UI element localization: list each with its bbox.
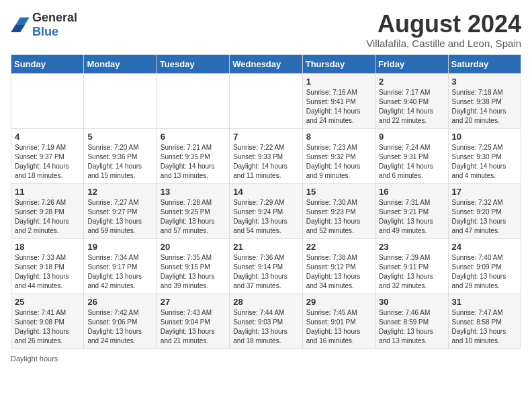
calendar-cell: 1Sunrise: 7:16 AM Sunset: 9:41 PM Daylig… [302, 73, 375, 128]
calendar-table: SundayMondayTuesdayWednesdayThursdayFrid… [11, 54, 521, 349]
day-number: 25 [15, 297, 80, 307]
day-info: Sunrise: 7:32 AM Sunset: 9:20 PM Dayligh… [452, 198, 517, 236]
day-number: 18 [15, 242, 80, 252]
day-info: Sunrise: 7:17 AM Sunset: 9:40 PM Dayligh… [379, 88, 444, 126]
day-info: Sunrise: 7:41 AM Sunset: 9:08 PM Dayligh… [15, 308, 80, 346]
calendar-cell: 9Sunrise: 7:24 AM Sunset: 9:31 PM Daylig… [375, 128, 448, 183]
calendar-cell: 24Sunrise: 7:40 AM Sunset: 9:09 PM Dayli… [448, 238, 521, 293]
logo-general-text: General [32, 11, 77, 24]
daylight-label: Daylight hours [11, 355, 58, 363]
title-block: August 2024 Villafafila, Castille and Le… [366, 11, 521, 49]
weekday-header-wednesday: Wednesday [230, 54, 302, 73]
calendar-cell: 29Sunrise: 7:45 AM Sunset: 9:01 PM Dayli… [302, 293, 375, 349]
calendar-cell: 17Sunrise: 7:32 AM Sunset: 9:20 PM Dayli… [448, 183, 521, 238]
day-info: Sunrise: 7:42 AM Sunset: 9:06 PM Dayligh… [87, 308, 152, 346]
day-info: Sunrise: 7:31 AM Sunset: 9:21 PM Dayligh… [379, 198, 444, 236]
day-info: Sunrise: 7:34 AM Sunset: 9:17 PM Dayligh… [87, 253, 152, 291]
logo-blue-text: Blue [32, 25, 58, 38]
day-number: 5 [87, 132, 152, 142]
calendar-cell: 3Sunrise: 7:18 AM Sunset: 9:38 PM Daylig… [448, 73, 521, 128]
calendar-cell: 16Sunrise: 7:31 AM Sunset: 9:21 PM Dayli… [375, 183, 448, 238]
day-info: Sunrise: 7:18 AM Sunset: 9:38 PM Dayligh… [452, 88, 517, 126]
calendar-cell: 30Sunrise: 7:46 AM Sunset: 8:59 PM Dayli… [375, 293, 448, 349]
calendar-cell: 22Sunrise: 7:38 AM Sunset: 9:12 PM Dayli… [302, 238, 375, 293]
weekday-header-thursday: Thursday [302, 54, 375, 73]
logo-icon [11, 17, 30, 32]
day-number: 23 [379, 242, 444, 252]
day-number: 30 [379, 297, 444, 307]
calendar-cell: 19Sunrise: 7:34 AM Sunset: 9:17 PM Dayli… [84, 238, 157, 293]
calendar-cell: 11Sunrise: 7:26 AM Sunset: 9:28 PM Dayli… [11, 183, 84, 238]
day-number: 24 [452, 242, 517, 252]
calendar-cell: 2Sunrise: 7:17 AM Sunset: 9:40 PM Daylig… [375, 73, 448, 128]
svg-marker-1 [11, 25, 25, 32]
day-info: Sunrise: 7:38 AM Sunset: 9:12 PM Dayligh… [306, 253, 371, 291]
calendar-cell [11, 73, 84, 128]
day-number: 21 [233, 242, 298, 252]
footer: Daylight hours [11, 355, 521, 363]
day-info: Sunrise: 7:22 AM Sunset: 9:33 PM Dayligh… [233, 143, 298, 181]
calendar-cell: 25Sunrise: 7:41 AM Sunset: 9:08 PM Dayli… [11, 293, 84, 349]
weekday-header-friday: Friday [375, 54, 448, 73]
day-number: 20 [161, 242, 226, 252]
day-info: Sunrise: 7:21 AM Sunset: 9:35 PM Dayligh… [161, 143, 226, 181]
calendar-cell: 13Sunrise: 7:28 AM Sunset: 9:25 PM Dayli… [157, 183, 229, 238]
day-number: 17 [452, 187, 517, 197]
page-header: General Blue August 2024 Villafafila, Ca… [11, 11, 521, 49]
day-info: Sunrise: 7:30 AM Sunset: 9:23 PM Dayligh… [306, 198, 371, 236]
day-info: Sunrise: 7:45 AM Sunset: 9:01 PM Dayligh… [306, 308, 371, 346]
calendar-cell: 15Sunrise: 7:30 AM Sunset: 9:23 PM Dayli… [302, 183, 375, 238]
logo: General Blue [11, 11, 77, 39]
calendar-cell [157, 73, 229, 128]
day-info: Sunrise: 7:16 AM Sunset: 9:41 PM Dayligh… [306, 88, 371, 126]
day-number: 13 [161, 187, 226, 197]
weekday-header-sunday: Sunday [11, 54, 84, 73]
calendar-cell: 20Sunrise: 7:35 AM Sunset: 9:15 PM Dayli… [157, 238, 229, 293]
calendar-cell: 28Sunrise: 7:44 AM Sunset: 9:03 PM Dayli… [230, 293, 302, 349]
day-info: Sunrise: 7:19 AM Sunset: 9:37 PM Dayligh… [15, 143, 80, 181]
calendar-cell: 5Sunrise: 7:20 AM Sunset: 9:36 PM Daylig… [84, 128, 157, 183]
day-info: Sunrise: 7:29 AM Sunset: 9:24 PM Dayligh… [233, 198, 298, 236]
day-number: 31 [452, 297, 517, 307]
day-number: 15 [306, 187, 371, 197]
calendar-cell: 12Sunrise: 7:27 AM Sunset: 9:27 PM Dayli… [84, 183, 157, 238]
calendar-cell: 4Sunrise: 7:19 AM Sunset: 9:37 PM Daylig… [11, 128, 84, 183]
day-number: 4 [15, 132, 80, 142]
day-number: 11 [15, 187, 80, 197]
weekday-header-monday: Monday [84, 54, 157, 73]
day-info: Sunrise: 7:46 AM Sunset: 8:59 PM Dayligh… [379, 308, 444, 346]
day-info: Sunrise: 7:40 AM Sunset: 9:09 PM Dayligh… [452, 253, 517, 291]
day-number: 26 [87, 297, 152, 307]
calendar-cell: 21Sunrise: 7:36 AM Sunset: 9:14 PM Dayli… [230, 238, 302, 293]
calendar-cell: 6Sunrise: 7:21 AM Sunset: 9:35 PM Daylig… [157, 128, 229, 183]
calendar-cell: 31Sunrise: 7:47 AM Sunset: 8:58 PM Dayli… [448, 293, 521, 349]
day-info: Sunrise: 7:20 AM Sunset: 9:36 PM Dayligh… [87, 143, 152, 181]
day-number: 3 [452, 77, 517, 87]
day-number: 14 [233, 187, 298, 197]
day-info: Sunrise: 7:23 AM Sunset: 9:32 PM Dayligh… [306, 143, 371, 181]
calendar-cell: 23Sunrise: 7:39 AM Sunset: 9:11 PM Dayli… [375, 238, 448, 293]
day-number: 22 [306, 242, 371, 252]
day-number: 1 [306, 77, 371, 87]
month-year-title: August 2024 [366, 11, 521, 38]
calendar-cell: 14Sunrise: 7:29 AM Sunset: 9:24 PM Dayli… [230, 183, 302, 238]
day-info: Sunrise: 7:33 AM Sunset: 9:18 PM Dayligh… [15, 253, 80, 291]
calendar-cell: 8Sunrise: 7:23 AM Sunset: 9:32 PM Daylig… [302, 128, 375, 183]
weekday-header-tuesday: Tuesday [157, 54, 229, 73]
day-info: Sunrise: 7:24 AM Sunset: 9:31 PM Dayligh… [379, 143, 444, 181]
day-info: Sunrise: 7:35 AM Sunset: 9:15 PM Dayligh… [161, 253, 226, 291]
day-number: 12 [87, 187, 152, 197]
day-number: 16 [379, 187, 444, 197]
day-number: 7 [233, 132, 298, 142]
calendar-cell: 26Sunrise: 7:42 AM Sunset: 9:06 PM Dayli… [84, 293, 157, 349]
day-info: Sunrise: 7:36 AM Sunset: 9:14 PM Dayligh… [233, 253, 298, 291]
calendar-cell [84, 73, 157, 128]
day-number: 27 [161, 297, 226, 307]
day-info: Sunrise: 7:28 AM Sunset: 9:25 PM Dayligh… [161, 198, 226, 236]
day-info: Sunrise: 7:25 AM Sunset: 9:30 PM Dayligh… [452, 143, 517, 181]
day-number: 6 [161, 132, 226, 142]
day-info: Sunrise: 7:27 AM Sunset: 9:27 PM Dayligh… [87, 198, 152, 236]
day-info: Sunrise: 7:43 AM Sunset: 9:04 PM Dayligh… [161, 308, 226, 346]
weekday-header-saturday: Saturday [448, 54, 521, 73]
calendar-cell [230, 73, 302, 128]
